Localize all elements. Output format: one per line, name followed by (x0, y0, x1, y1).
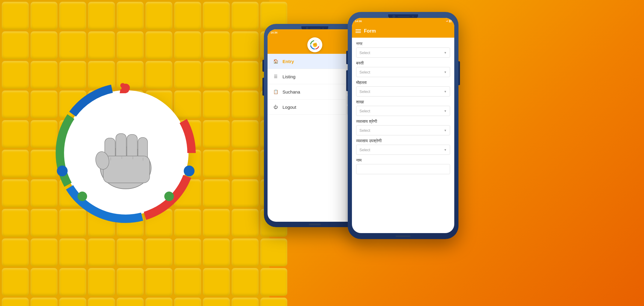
select-vyavsay-upshreni[interactable]: Select ▼ (356, 145, 450, 155)
tile (31, 268, 57, 296)
tile (2, 268, 29, 296)
tile (145, 238, 172, 266)
tile (88, 298, 115, 306)
tile (88, 31, 115, 59)
select-mohalla-arrow: ▼ (444, 90, 447, 93)
tile (145, 2, 172, 30)
select-vyavsay-upshreni-arrow: ▼ (444, 148, 447, 152)
field-label-basti: बस्ती (356, 61, 450, 66)
phones-area: 14:34 📶▐▐ ✊ (255, 0, 644, 306)
select-basti[interactable]: Select ▼ (356, 67, 450, 77)
select-mohalla-placeholder: Select (359, 89, 370, 94)
tile (59, 31, 86, 59)
field-group-basti: बस्ती Select ▼ (356, 61, 450, 77)
select-vyavsay-upshreni-placeholder: Select (359, 148, 370, 152)
select-shakha[interactable]: Select ▼ (356, 106, 450, 116)
menu-suchana-label: Suchana (282, 89, 300, 94)
tile (2, 150, 29, 178)
tile (117, 298, 144, 306)
field-label-mohalla: मोहल्ला (356, 80, 450, 85)
tile (203, 2, 230, 30)
notice-icon: 📋 (272, 88, 279, 95)
field-label-vyavsay-upshreni: व्यवसाय उपश्रेणी (356, 138, 450, 143)
select-vyavsay-shreni-arrow: ▼ (444, 129, 447, 132)
tile (232, 2, 259, 30)
tile (59, 2, 86, 30)
hamburger-line-1 (356, 29, 361, 30)
tile (59, 268, 86, 296)
svg-point-9 (120, 83, 125, 88)
tile (203, 268, 230, 296)
select-basti-placeholder: Select (359, 70, 370, 74)
tile (2, 179, 29, 207)
tile (232, 31, 259, 59)
tile (232, 150, 259, 178)
tile (174, 238, 201, 266)
tile (2, 61, 29, 89)
logo-ring (63, 90, 189, 216)
tile (31, 2, 57, 30)
tile (31, 31, 57, 59)
tile (232, 268, 259, 296)
select-nagar[interactable]: Select ▼ (356, 48, 450, 58)
select-basti-arrow: ▼ (444, 71, 447, 74)
select-vyavsay-shreni-placeholder: Select (359, 128, 370, 133)
tile (117, 268, 144, 296)
tile (59, 298, 86, 306)
phone-2-time: 14:06 (355, 20, 362, 23)
field-label-naam: नाम (356, 158, 450, 163)
field-label-vyavsay-shreni: व्यवसाय श्रेणी (356, 119, 450, 124)
phone-2-form-header: Form (352, 25, 454, 38)
tile (232, 120, 259, 148)
tile (203, 31, 230, 59)
tile (117, 238, 144, 266)
menu-entry-label: Entry (282, 59, 294, 64)
phone-2-status-icons: 📶▐▐ (446, 20, 451, 22)
field-group-mohalla: मोहल्ला Select ▼ (356, 80, 450, 97)
tile (232, 91, 259, 118)
form-title: Form (364, 28, 376, 34)
field-label-nagar: नगर (356, 41, 450, 46)
phone-2-home-button[interactable] (396, 235, 411, 237)
phone-2-screen: 14:06 📶▐▐ Form (352, 18, 454, 233)
field-group-vyavsay-shreni: व्यवसाय श्रेणी Select ▼ (356, 119, 450, 135)
tile (2, 2, 29, 30)
select-vyavsay-shreni[interactable]: Select ▼ (356, 125, 450, 135)
hamburger-icon[interactable] (356, 29, 361, 33)
tile (88, 238, 115, 266)
svg-point-5 (57, 166, 68, 176)
phone-1-home-button[interactable] (309, 224, 321, 225)
tile (232, 298, 259, 306)
logo-area (39, 66, 212, 240)
field-group-naam: नाम (356, 158, 450, 174)
select-nagar-placeholder: Select (359, 51, 370, 55)
select-mohalla[interactable]: Select ▼ (356, 86, 450, 97)
field-label-shakha: शाखा (356, 100, 450, 105)
tile (232, 179, 259, 207)
hamburger-line-3 (356, 32, 361, 33)
power-icon: ⏻ (272, 104, 279, 110)
phone-2: 14:06 📶▐▐ Form (348, 12, 458, 239)
tile (203, 238, 230, 266)
tile (174, 298, 201, 306)
phone-2-status-bar: 14:06 📶▐▐ (352, 18, 454, 25)
phone-2-shell: 14:06 📶▐▐ Form (348, 12, 458, 239)
tile (117, 2, 144, 30)
hamburger-line-2 (356, 31, 361, 31)
tile (232, 61, 259, 89)
tile (145, 268, 172, 296)
tile (31, 298, 57, 306)
tile (145, 298, 172, 306)
list-icon: ☰ (272, 73, 279, 80)
tile (174, 268, 201, 296)
input-naam[interactable] (356, 164, 450, 174)
menu-logout-label: Logout (282, 105, 296, 110)
phone-2-form-body: नगर Select ▼ बस्ती Select ▼ (352, 38, 454, 181)
tile (88, 268, 115, 296)
select-shakha-arrow: ▼ (444, 109, 447, 113)
tile (2, 209, 29, 237)
tile (2, 238, 29, 266)
field-group-nagar: नगर Select ▼ (356, 41, 450, 58)
tile (59, 238, 86, 266)
field-group-shakha: शाखा Select ▼ (356, 100, 450, 116)
